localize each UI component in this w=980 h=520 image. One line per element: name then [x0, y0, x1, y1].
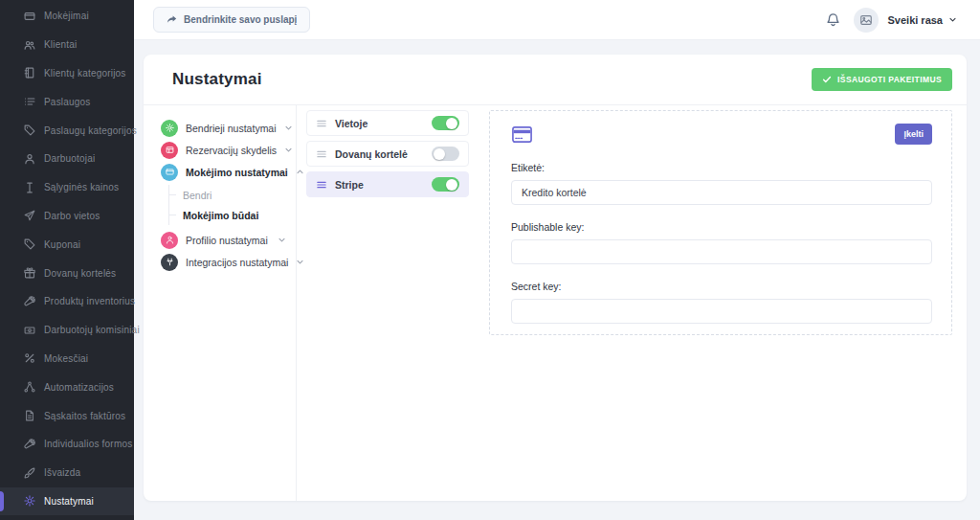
sidebar-item-label: Kuponai: [44, 239, 80, 250]
publishable-key-input[interactable]: [511, 239, 932, 264]
sidebar-item-paslaugos[interactable]: Paslaugos: [0, 87, 134, 116]
sidebar-item-label: Klientų kategorijos: [44, 68, 126, 79]
nav-subitem-mokejimo-budai[interactable]: Mokėjimo būdai: [169, 205, 286, 225]
tools-icon: [24, 296, 35, 307]
chevron-down-icon: [284, 146, 293, 154]
stripe-settings-panel: Įkelti Etiketė: Publishable key: Secret …: [489, 110, 952, 335]
tag-icon: [24, 124, 35, 136]
nav-group-bendrieji-nustatymai[interactable]: Bendrieji nustatymai: [161, 117, 286, 139]
avatar[interactable]: [854, 8, 879, 33]
page-title: Nustatymai: [172, 70, 262, 89]
user-greeting: Sveiki rasa: [888, 14, 944, 26]
drag-handle-icon[interactable]: [316, 179, 327, 191]
payment-method-label: Vietoje: [335, 118, 424, 129]
sidebar-item-dovanu-korteles[interactable]: Dovanų kortelės: [0, 259, 134, 287]
gift-icon: [24, 267, 35, 279]
page-content: Nustatymai IŠSAUGOTI PAKEITIMUS Bendriej…: [134, 40, 980, 520]
flow-icon: [24, 381, 35, 393]
settings-card-body: Bendrieji nustatymai Rezervacijų skydeli…: [144, 105, 967, 501]
save-changes-label: IŠSAUGOTI PAKEITIMUS: [837, 75, 942, 84]
bell-icon: [826, 12, 840, 27]
image-placeholder-icon: [859, 13, 873, 27]
sidebar-item-label: Paslaugos: [44, 97, 91, 107]
list-icon: [24, 96, 35, 107]
nav-group-rezervaciju-skydelis[interactable]: Rezervacijų skydelis: [161, 139, 286, 161]
sidebar-item-saskaitos-fakturos[interactable]: Sąskaitos faktūros: [0, 401, 134, 430]
nav-group-label: Bendrieji nustatymai: [186, 123, 277, 134]
sidebar-item-label: Nustatymai: [44, 496, 94, 507]
sidebar-item-produktu-inventorius[interactable]: Produktų inventorius: [0, 287, 134, 316]
nav-group-label: Integracijos nustatymai: [186, 257, 288, 268]
label-input[interactable]: [511, 180, 932, 205]
notifications-button[interactable]: [826, 12, 840, 27]
settings-card-header: Nustatymai IŠSAUGOTI PAKEITIMUS: [144, 55, 967, 105]
person-icon: [24, 153, 35, 165]
sidebar-item-individualios-formos[interactable]: Individualios formos: [0, 430, 134, 459]
sidebar-item-automatizacijos[interactable]: Automatizacijos: [0, 373, 134, 401]
sidebar-item-darbuotoju-komisiniai[interactable]: Darbuotojų komisiniai: [0, 316, 134, 345]
stripe-toggle[interactable]: [432, 177, 459, 192]
nav-group-mokejimo-nustatymai[interactable]: Mokėjimo nustatymai: [161, 161, 286, 183]
sidebar-item-nustatymai[interactable]: Nustatymai: [0, 487, 134, 516]
nav-group-integracijos-nustatymai[interactable]: Integracijos nustatymai: [161, 251, 286, 273]
money-icon: [24, 325, 35, 336]
nav-group-label: Mokėjimo nustatymai: [186, 167, 288, 178]
nav-group-profilio-nustatymai[interactable]: Profilio nustatymai: [161, 229, 286, 251]
sidebar-item-label: Produktų inventorius: [44, 296, 135, 306]
percent-icon: [24, 352, 35, 364]
share-page-button[interactable]: Bendrinkite savo puslapį: [153, 7, 310, 33]
share-page-label: Bendrinkite savo puslapį: [184, 14, 297, 25]
vietoje-toggle[interactable]: [432, 116, 459, 130]
sidebar-item-mokesciai[interactable]: Mokesčiai: [0, 345, 134, 373]
payment-method-dovanu-kortele[interactable]: Dovanų kortelė: [306, 141, 469, 167]
main-area: Bendrinkite savo puslapį Sveiki rasa Nus…: [134, 0, 980, 520]
sidebar-item-darbuotojai[interactable]: Darbuotojai: [0, 145, 134, 173]
nav-group-label: Rezervacijų skydelis: [186, 145, 277, 156]
sidebar-item-label: Sąlyginės kainos: [44, 182, 119, 192]
payment-method-stripe[interactable]: Stripe: [306, 171, 469, 197]
sidebar-item-label: Individualios formos: [44, 439, 132, 449]
secret-key-input[interactable]: [511, 299, 932, 324]
app-window: Mokėjimai Klientai Klientų kategorijos P…: [0, 0, 980, 520]
paper-plane-icon: [24, 210, 35, 221]
nav-subitem-bendri[interactable]: Bendri: [169, 185, 286, 205]
upload-button[interactable]: Įkelti: [895, 124, 932, 145]
dovanu-kortele-toggle[interactable]: [432, 147, 459, 161]
users-icon: [24, 39, 35, 51]
secret-key-label: Secret key:: [511, 281, 932, 292]
gear-icon: [24, 495, 35, 507]
save-changes-button[interactable]: IŠSAUGOTI PAKEITIMUS: [812, 68, 952, 91]
sidebar-item-darbo-vietos[interactable]: Darbo vietos: [0, 202, 134, 231]
person-badge-icon: [166, 236, 174, 244]
drag-handle-icon[interactable]: [316, 118, 327, 129]
sidebar-item-isvaizda[interactable]: Išvaizda: [0, 459, 134, 487]
gear-badge-icon: [166, 124, 174, 132]
credit-card-icon: [511, 124, 533, 146]
address-book-icon: [24, 67, 35, 79]
payment-method-label: Dovanų kortelė: [335, 148, 424, 160]
sidebar: Mokėjimai Klientai Klientų kategorijos P…: [0, 0, 134, 520]
payment-methods-list: Vietoje Dovanų kortelė Stripe: [297, 105, 475, 501]
sidebar-item-mokejimai[interactable]: Mokėjimai: [0, 2, 134, 31]
stripe-panel-header: Įkelti: [511, 124, 932, 146]
drag-handle-icon[interactable]: [316, 148, 327, 160]
sidebar-item-label: Darbo vietos: [44, 211, 100, 221]
nav-subitem-label: Bendri: [183, 190, 212, 201]
card-badge-icon: [166, 168, 174, 176]
payment-method-vietoje[interactable]: Vietoje: [306, 110, 469, 136]
sidebar-item-klientai[interactable]: Klientai: [0, 31, 134, 59]
sidebar-item-label: Darbuotojai: [44, 153, 95, 164]
sidebar-item-label: Automatizacijos: [44, 382, 114, 393]
sidebar-item-paslaugu-kategorijos[interactable]: Paslaugų kategorijos: [0, 116, 134, 145]
sidebar-item-salygines-kainos[interactable]: Sąlyginės kainos: [0, 173, 134, 202]
chevron-down-icon: [284, 124, 293, 132]
text-cursor-icon: [24, 182, 35, 193]
sidebar-item-klientu-kategorijos[interactable]: Klientų kategorijos: [0, 59, 134, 88]
sidebar-item-kuponai[interactable]: Kuponai: [0, 230, 134, 259]
user-menu[interactable]: Sveiki rasa: [888, 14, 958, 26]
payment-settings-badge: [161, 164, 178, 181]
label-field-group: Etiketė:: [511, 162, 932, 205]
nav-group-label: Profilio nustatymai: [186, 235, 270, 246]
tag-icon: [24, 238, 35, 250]
nav-subitem-label: Mokėjimo būdai: [183, 210, 258, 221]
